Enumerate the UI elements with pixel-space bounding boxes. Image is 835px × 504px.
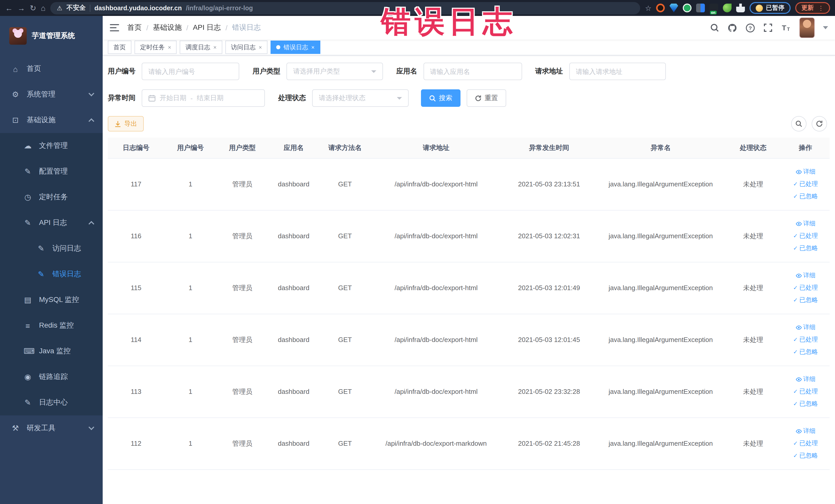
action-link-详细[interactable]: 详细 (795, 323, 815, 332)
action-link-详细[interactable]: 详细 (795, 271, 815, 280)
table-row: 1161管理员dashboardGET/api/infra/db-doc/exp… (108, 210, 830, 262)
action-link-详细[interactable]: 详细 (795, 375, 815, 384)
sidebar-item-定时任务[interactable]: ◷定时任务 (0, 184, 103, 210)
process-status-select[interactable]: 请选择处理状态 (312, 89, 409, 107)
extension-orange-ring-icon[interactable] (656, 4, 665, 12)
sidebar-item-label: 配置管理 (39, 167, 68, 176)
sidebar-item-Redis 监控[interactable]: ≡Redis 监控 (0, 313, 103, 338)
refresh-circle-button[interactable] (812, 116, 827, 132)
action-label: 详细 (803, 167, 815, 176)
breadcrumb-item-API 日志[interactable]: API 日志 (193, 23, 221, 32)
sidebar-toggle-icon[interactable] (110, 24, 119, 31)
action-link-已忽略[interactable]: ✓已忽略 (793, 244, 818, 253)
bookmark-star-icon[interactable]: ☆ (645, 4, 651, 12)
action-link-已处理[interactable]: ✓已处理 (793, 283, 818, 292)
tab-close-icon[interactable]: × (259, 44, 262, 50)
sidebar-item-研发工具[interactable]: ⚒研发工具 (0, 416, 103, 441)
tab-close-icon[interactable]: × (213, 44, 217, 50)
toggle-search-circle-button[interactable] (791, 116, 807, 132)
action-link-已处理[interactable]: ✓已处理 (793, 387, 818, 396)
svg-text:T: T (787, 27, 790, 32)
cell-user_id: 1 (164, 158, 217, 210)
breadcrumb-item-基础设施[interactable]: 基础设施 (153, 23, 182, 32)
sidebar-item-访问日志[interactable]: ✎访问日志 (0, 236, 103, 261)
action-link-已处理[interactable]: ✓已处理 (793, 180, 818, 188)
extension-green-circle-icon[interactable] (683, 4, 692, 12)
sidebar-item-Java 监控[interactable]: ⌨Java 监控 (0, 338, 103, 364)
chevron-down-icon (371, 70, 376, 73)
github-icon[interactable] (728, 23, 737, 33)
profile-paused-badge[interactable]: 已暂停 (750, 2, 791, 14)
tab-访问日志[interactable]: 访问日志× (225, 41, 268, 54)
chrome-update-button[interactable]: 更新 ⋮ (795, 2, 830, 14)
app-name-input[interactable] (430, 67, 515, 75)
check-icon: ✓ (793, 452, 798, 459)
action-link-详细[interactable]: 详细 (795, 167, 815, 176)
user-avatar[interactable] (799, 18, 815, 38)
home-icon: ⌂ (11, 64, 20, 73)
extension-blue-gem-icon[interactable] (669, 4, 678, 12)
breadcrumb-item-首页[interactable]: 首页 (127, 23, 142, 32)
tab-label: 访问日志 (231, 43, 256, 52)
sidebar-item-API 日志[interactable]: ✎API 日志 (0, 210, 103, 236)
action-link-已忽略[interactable]: ✓已忽略 (793, 348, 818, 356)
end-date-placeholder[interactable]: 结束日期 (197, 94, 224, 103)
export-button[interactable]: 导出 (108, 116, 144, 132)
back-icon[interactable]: ← (5, 4, 13, 12)
forward-icon[interactable]: → (18, 4, 25, 12)
cell-user_type: 管理员 (217, 314, 268, 366)
extensions-puzzle-icon[interactable] (736, 4, 745, 12)
cell-method: GET (319, 366, 371, 418)
exception-time-range-picker[interactable]: 开始日期 - 结束日期 (142, 89, 265, 107)
sidebar-item-基础设施[interactable]: ⊡基础设施 (0, 107, 103, 133)
action-link-已忽略[interactable]: ✓已忽略 (793, 400, 818, 408)
action-link-详细[interactable]: 详细 (795, 427, 815, 436)
tab-调度日志[interactable]: 调度日志× (180, 41, 222, 54)
font-size-icon[interactable]: TT (781, 23, 791, 32)
reset-button[interactable]: 重置 (467, 89, 506, 107)
tab-定时任务[interactable]: 定时任务× (135, 41, 177, 54)
tab-错误日志[interactable]: 错误日志× (271, 41, 320, 54)
action-link-已处理[interactable]: ✓已处理 (793, 231, 818, 240)
action-link-详细[interactable]: 详细 (795, 219, 815, 228)
sidebar-item-日志中心[interactable]: ✎日志中心 (0, 390, 103, 416)
help-icon[interactable]: ? (746, 23, 755, 33)
sidebar-item-MySQL 监控[interactable]: ▤MySQL 监控 (0, 287, 103, 313)
sidebar-item-链路追踪[interactable]: ◉链路追踪 (0, 364, 103, 390)
timer-icon: ◷ (24, 193, 32, 202)
address-bar[interactable]: ⚠ 不安全 dashboard.yudao.iocoder.cn/infra/l… (50, 2, 640, 14)
sidebar-item-系统管理[interactable]: ⚙系统管理 (0, 82, 103, 107)
user-type-select[interactable]: 请选择用户类型 (286, 63, 383, 80)
home-icon[interactable]: ⌂ (41, 4, 45, 12)
user-id-input[interactable] (148, 67, 232, 75)
sidebar-item-文件管理[interactable]: ☁文件管理 (0, 133, 103, 159)
tab-首页[interactable]: 首页 (108, 41, 131, 54)
search-icon[interactable] (710, 23, 719, 32)
check-icon: ✓ (793, 233, 798, 239)
sidebar-item-错误日志[interactable]: ✎错误日志 (0, 261, 103, 287)
user-menu-caret-icon[interactable] (823, 26, 828, 29)
search-button[interactable]: 搜索 (421, 89, 461, 107)
action-link-已忽略[interactable]: ✓已忽略 (793, 192, 818, 201)
action-link-已忽略[interactable]: ✓已忽略 (793, 296, 818, 304)
start-date-placeholder[interactable]: 开始日期 (160, 94, 186, 103)
browser-menu-kebab-icon[interactable]: ⋮ (818, 4, 824, 12)
reload-icon[interactable]: ↻ (30, 4, 36, 12)
fullscreen-icon[interactable] (763, 23, 773, 32)
tab-close-icon[interactable]: × (311, 44, 315, 50)
sidebar-item-配置管理[interactable]: ✎配置管理 (0, 159, 103, 184)
app-logo[interactable]: 芋道管理系统 (0, 16, 103, 56)
action-link-已处理[interactable]: ✓已处理 (793, 335, 818, 344)
sidebar-item-首页[interactable]: ⌂首页 (0, 56, 103, 82)
column-header-日志编号: 日志编号 (108, 138, 164, 158)
action-link-已忽略[interactable]: ✓已忽略 (793, 451, 818, 460)
extension-leaf-icon[interactable] (723, 4, 732, 12)
extension-switch-icon[interactable] (710, 4, 718, 12)
check-icon: ✓ (793, 440, 798, 447)
action-link-已处理[interactable]: ✓已处理 (793, 439, 818, 448)
extension-grid-icon[interactable] (696, 4, 705, 12)
request-url-input[interactable] (576, 67, 659, 75)
check-icon: ✓ (793, 336, 798, 343)
tab-close-icon[interactable]: × (168, 44, 171, 50)
sidebar-menu: ⌂首页⚙系统管理⊡基础设施☁文件管理✎配置管理◷定时任务✎API 日志✎访问日志… (0, 56, 103, 504)
